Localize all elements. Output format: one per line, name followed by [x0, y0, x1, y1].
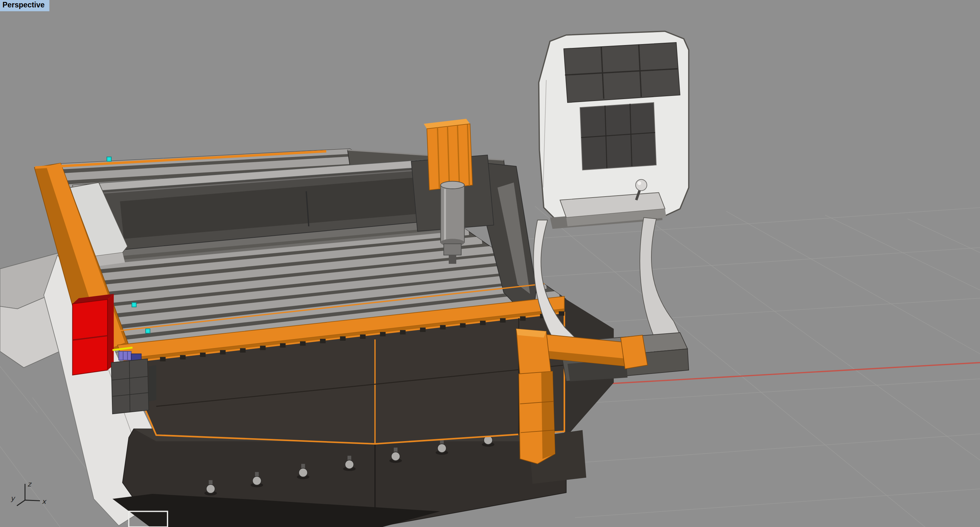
kiosk-screen[interactable]	[580, 103, 656, 170]
kiosk-top-panel[interactable]	[564, 43, 680, 103]
viewport-canvas[interactable]: z x y	[0, 0, 980, 527]
red-component[interactable]	[72, 294, 113, 375]
viewport-title[interactable]: Perspective	[0, 0, 49, 11]
spindle-cylinder[interactable]	[441, 181, 464, 264]
viewport[interactable]: z x y Perspective	[0, 0, 980, 527]
spindle-head[interactable]	[424, 119, 473, 190]
